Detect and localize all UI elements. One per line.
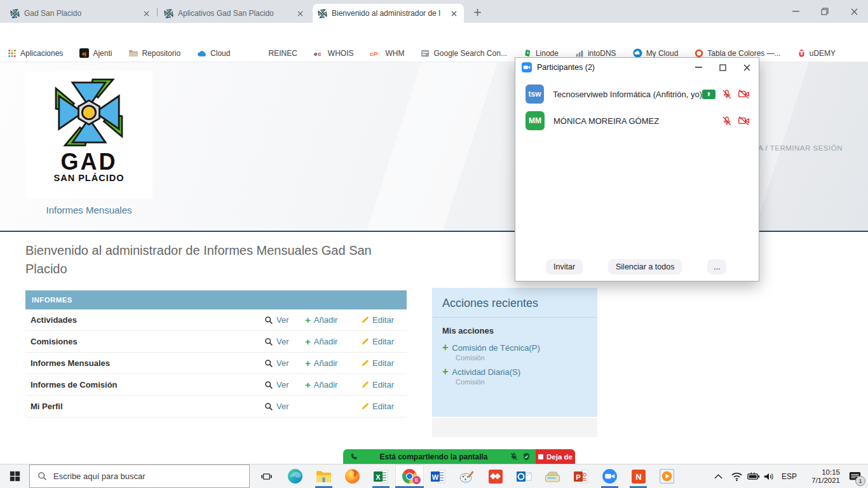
gad-favicon-icon <box>164 9 173 18</box>
zoom-app-icon <box>522 62 532 72</box>
my-cloud-icon <box>633 48 642 58</box>
stop-square-icon <box>538 454 543 459</box>
notification-center-button[interactable]: 1 <box>843 464 867 488</box>
ver-link[interactable]: Ver <box>264 402 305 411</box>
participant-row-guest[interactable]: MM MÓNICA MOREIRA GÓMEZ <box>526 110 750 132</box>
ajenti-icon: aj <box>79 48 89 58</box>
bookmark-ajenti[interactable]: aj Ajenti <box>79 48 112 58</box>
bookmark-linode[interactable]: Linode <box>524 49 559 58</box>
tab-aplicativos[interactable]: Aplicativos Gad San Placido <box>159 4 310 23</box>
bookmark-whm[interactable]: cP WHM <box>370 49 404 58</box>
editar-link[interactable]: Editar <box>361 402 407 411</box>
editar-link[interactable]: Editar <box>361 315 407 325</box>
window-close-button[interactable] <box>845 3 863 20</box>
anadir-link[interactable]: +Añadir <box>305 337 361 346</box>
anadir-link[interactable]: +Añadir <box>305 315 361 325</box>
window-minimize-button[interactable] <box>787 3 804 20</box>
ver-link[interactable]: Ver <box>264 358 305 368</box>
user-tools-links[interactable]: ÑA / TERMINAR SESIÓN <box>753 144 843 152</box>
magnifier-icon <box>264 316 273 325</box>
linode-icon <box>524 49 532 58</box>
svg-text:e: e <box>314 50 318 57</box>
zoom-maximize-button[interactable] <box>710 58 735 77</box>
taskbar-chrome-icon-active[interactable]: E <box>395 464 424 488</box>
logo-title: GAD <box>25 151 153 173</box>
plus-icon: + <box>305 380 311 390</box>
bookmark-tabla-de-colores[interactable]: Tabla de Colores —... <box>695 49 780 58</box>
participant-avatar: MM <box>526 111 545 130</box>
taskbar-red-diamond-app-icon[interactable] <box>481 464 510 488</box>
bookmark-udemy[interactable]: uDEMY <box>797 49 836 58</box>
taskbar-firefox-icon[interactable] <box>338 464 367 488</box>
new-tab-button[interactable] <box>470 5 484 19</box>
window-restore-button[interactable] <box>816 3 834 20</box>
bookmark-aplicaciones[interactable]: Aplicaciones <box>8 49 63 58</box>
editar-link[interactable]: Editar <box>361 358 407 368</box>
windows-taskbar: Escribe aquí para buscar X E W <box>0 464 868 488</box>
stop-sharing-button[interactable]: Deja de <box>536 449 575 464</box>
bookmark-reinec[interactable]: REINEC <box>268 49 297 58</box>
invite-button[interactable]: Invitar <box>546 259 583 274</box>
recent-action-link[interactable]: Comisión de Técnica(P) <box>452 343 539 353</box>
taskbar-excel-icon[interactable]: X <box>367 464 395 488</box>
recent-action-item: + Actividad Diaria(S) Comisión <box>432 362 597 386</box>
site-logo[interactable]: GAD SAN PLÁCIDO <box>25 71 153 198</box>
tray-volume-icon[interactable] <box>760 464 778 488</box>
editar-link[interactable]: Editar <box>361 380 407 390</box>
start-button[interactable] <box>0 464 29 488</box>
bookmark-whois[interactable]: ec WHOIS <box>314 49 354 58</box>
zoom-window-title: Participantes (2) <box>537 63 686 72</box>
more-options-button[interactable]: ... <box>707 259 726 274</box>
ver-link[interactable]: Ver <box>264 337 305 346</box>
informes-module: INFORMES Actividades Ver +Añadir Editar … <box>25 290 407 417</box>
editar-link[interactable]: Editar <box>361 337 407 346</box>
search-placeholder-text: Escribe aquí para buscar <box>53 471 146 481</box>
taskbar-search-box[interactable]: Escribe aquí para buscar <box>29 464 250 488</box>
bookmark-repositorio[interactable]: Repositorio <box>128 49 180 58</box>
bookmark-my-cloud[interactable]: My Cloud <box>633 48 679 58</box>
bookmark-cloud[interactable]: Cloud <box>197 49 230 58</box>
cpanel-icon: cP <box>370 50 381 57</box>
ver-link[interactable]: Ver <box>264 315 305 325</box>
tab-separator <box>157 8 158 17</box>
tray-wifi-icon[interactable] <box>728 464 745 488</box>
tab-close-icon[interactable] <box>295 8 305 18</box>
taskbar-powerpoint-icon[interactable]: P <box>567 464 595 488</box>
bookmark-intodns[interactable]: intoDNS <box>575 49 616 58</box>
bookmark-google-search-console[interactable]: Google Search Con... <box>421 49 506 58</box>
recent-action-link[interactable]: Actividad Diaria(S) <box>452 367 520 377</box>
pencil-icon <box>361 381 369 389</box>
taskbar-media-player-icon[interactable] <box>653 464 681 488</box>
anadir-link[interactable]: +Añadir <box>305 358 361 368</box>
task-view-button[interactable] <box>253 464 280 488</box>
taskbar-file-explorer-icon[interactable] <box>309 464 338 488</box>
taskbar-scanner-icon[interactable] <box>538 464 567 488</box>
tab-gad-san-placido[interactable]: Gad San Placido <box>5 4 156 23</box>
tray-language-indicator[interactable]: ESP <box>778 464 801 488</box>
mute-all-button[interactable]: Silenciar a todos <box>608 259 682 274</box>
participant-row-host[interactable]: tsw Tecnoserviweb Informática (Anfitrión… <box>526 83 750 105</box>
tab-close-icon[interactable] <box>449 8 459 18</box>
row-label: Comisiones <box>25 337 264 346</box>
pencil-icon <box>361 359 369 367</box>
tray-clock[interactable]: 10:157/1/2021 <box>801 464 840 488</box>
magnifier-icon <box>264 337 273 346</box>
site-title-link[interactable]: Informes Mensuales <box>25 205 153 215</box>
tab-bienvenido-active[interactable]: Bienvenido al administrador de I <box>313 4 464 23</box>
taskbar-outlook-icon[interactable] <box>510 464 538 488</box>
taskbar-zoom-icon[interactable] <box>595 464 624 488</box>
tray-expand-chevron[interactable] <box>709 464 727 488</box>
anadir-link[interactable]: +Añadir <box>305 380 361 390</box>
zoom-participants-window[interactable]: Participantes (2) tsw Tecnoserviweb Info… <box>515 57 759 281</box>
plus-icon: + <box>305 315 311 325</box>
zoom-minimize-button[interactable] <box>686 58 710 77</box>
ver-link[interactable]: Ver <box>264 380 305 390</box>
taskbar-nitro-pdf-icon[interactable]: N <box>624 464 653 488</box>
tab-close-icon[interactable] <box>141 8 151 18</box>
taskbar-edge-icon[interactable] <box>281 464 309 488</box>
screen-share-bar: Está compartiendo la pantalla Deja de <box>343 449 575 464</box>
taskbar-word-icon[interactable]: W <box>424 464 452 488</box>
taskbar-paint-icon[interactable] <box>452 464 481 488</box>
zoom-window-titlebar[interactable]: Participantes (2) <box>515 58 759 77</box>
zoom-close-button[interactable] <box>735 58 759 77</box>
